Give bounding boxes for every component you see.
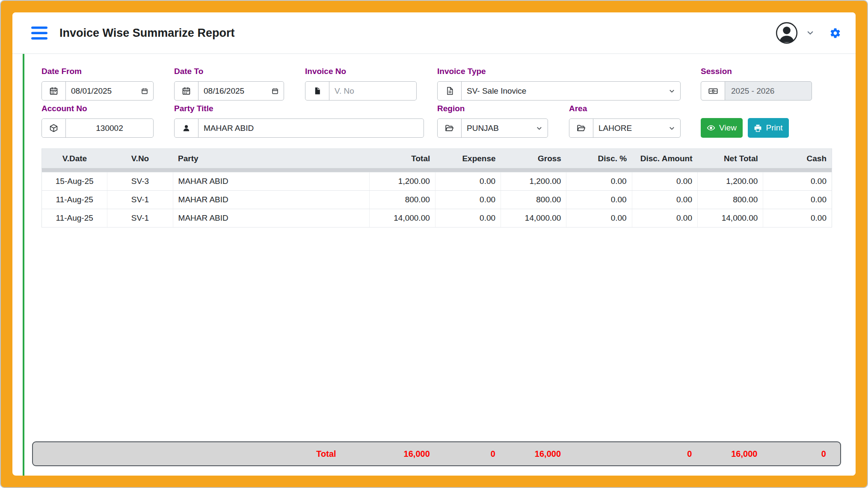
app-card: Invoice Wise Summarize Report [12,12,856,476]
file-text-icon [438,82,462,100]
table-row: 11-Aug-25 SV-1 MAHAR ABID 14,000.00 0.00… [42,209,832,228]
filter-row-2: Account No Party Title [41,104,832,138]
table-cell: 14,000.00 [501,209,566,228]
totals-spacer [107,449,173,459]
region-label: Region [437,104,548,113]
table-cell: 0.00 [435,191,501,209]
date-from-label: Date From [41,67,154,76]
session-value: 2025 - 2026 [725,82,812,100]
invoice-type-value: SV- Sale Inovice [462,82,669,100]
invoice-no-input[interactable] [329,82,416,100]
region-field: Region PUNJAB [437,104,548,138]
table-cell: 0.00 [632,209,697,228]
table-cell: 1,200.00 [370,172,435,191]
party-title-label: Party Title [174,104,424,113]
totals-net-total: 16,000 [697,449,762,459]
totals-label: Total [173,449,369,459]
party-title-field: Party Title [174,104,424,138]
col-header-disc-pct: Disc. % [566,149,632,169]
header-spacer-strip [42,169,832,172]
chevron-down-icon [669,82,680,100]
table-cell: 800.00 [501,191,566,209]
page-title: Invoice Wise Summarize Report [59,27,234,40]
date-to-label: Date To [174,67,284,76]
col-header-vno: V.No [107,149,173,169]
table-cell: 14,000.00 [697,209,763,228]
table-cell: 11-Aug-25 [42,191,107,209]
invoice-type-field: Invoice Type SV- Sale Inovice [437,67,681,101]
cash-icon [701,82,725,100]
filter-actions: View Print [701,118,789,138]
table-cell: 0.00 [763,209,832,228]
date-picker-icon[interactable] [141,82,153,100]
invoice-table: V.Date V.No Party Total Expense Gross Di… [41,148,832,228]
table-cell: 15-Aug-25 [42,172,107,191]
top-bar: Invoice Wise Summarize Report [12,12,856,54]
account-no-input[interactable] [66,119,153,137]
eye-icon [707,124,715,132]
table-cell: 1,200.00 [501,172,566,191]
table-row: 15-Aug-25 SV-3 MAHAR ABID 1,200.00 0.00 … [42,172,832,191]
table-cell: 0.00 [763,191,832,209]
table-cell: SV-3 [107,172,173,191]
package-icon [42,119,66,137]
account-no-label: Account No [41,104,154,113]
col-header-gross: Gross [501,149,566,169]
table-row: 11-Aug-25 SV-1 MAHAR ABID 800.00 0.00 80… [42,191,832,209]
invoice-no-field: Invoice No [305,67,417,101]
totals-expense: 0 [435,449,501,459]
filter-row-1: Date From Date To [41,67,832,101]
region-value: PUNJAB [462,119,536,137]
totals-gross: 16,000 [501,449,566,459]
table-cell: 0.00 [566,209,632,228]
table-cell: SV-1 [107,209,173,228]
col-header-net-total: Net Total [697,149,763,169]
chevron-down-icon [669,119,680,137]
table-cell: SV-1 [107,191,173,209]
area-value: LAHORE [593,119,669,137]
person-icon [175,119,198,137]
col-header-expense: Expense [435,149,501,169]
totals-cash: 0 [762,449,831,459]
caret-down-icon[interactable] [807,31,813,35]
col-header-vdate: V.Date [42,149,107,169]
printer-icon [754,124,762,132]
user-avatar[interactable] [776,22,798,44]
col-header-total: Total [370,149,435,169]
area-label: Area [569,104,681,113]
date-to-field: Date To [174,67,284,101]
view-button[interactable]: View [701,118,743,138]
gear-icon[interactable] [829,27,841,39]
date-from-input[interactable] [66,82,141,100]
date-picker-icon[interactable] [272,82,284,100]
area-select[interactable]: LAHORE [569,118,681,138]
table-cell: 800.00 [697,191,763,209]
table-cell: 0.00 [566,191,632,209]
print-button[interactable]: Print [748,118,789,138]
table-header-row: V.Date V.No Party Total Expense Gross Di… [42,149,832,169]
table-cell: 0.00 [763,172,832,191]
table-cell: 800.00 [370,191,435,209]
date-from-field: Date From [41,67,154,101]
table-cell: 14,000.00 [370,209,435,228]
page-frame: Invoice Wise Summarize Report [0,0,868,488]
date-to-input[interactable] [198,82,272,100]
topbar-right [776,22,841,44]
menu-icon[interactable] [31,27,47,40]
calendar-icon [42,82,66,100]
col-header-party: Party [173,149,370,169]
table-cell: 0.00 [632,172,697,191]
party-title-input[interactable] [198,119,424,137]
totals-disc-amount: 0 [631,449,697,459]
folder-open-icon [438,119,462,137]
table-cell: 0.00 [566,172,632,191]
invoice-no-label: Invoice No [305,67,417,76]
invoice-type-label: Invoice Type [437,67,681,76]
invoice-type-select[interactable]: SV- Sale Inovice [437,81,681,101]
table-cell: 11-Aug-25 [42,209,107,228]
folder-open-icon [569,119,593,137]
session-field: Session 2025 - 2026 [701,67,812,101]
account-no-field: Account No [41,104,154,138]
totals-bar: Total 16,000 0 16,000 0 16,000 0 [32,441,841,466]
region-select[interactable]: PUNJAB [437,118,548,138]
